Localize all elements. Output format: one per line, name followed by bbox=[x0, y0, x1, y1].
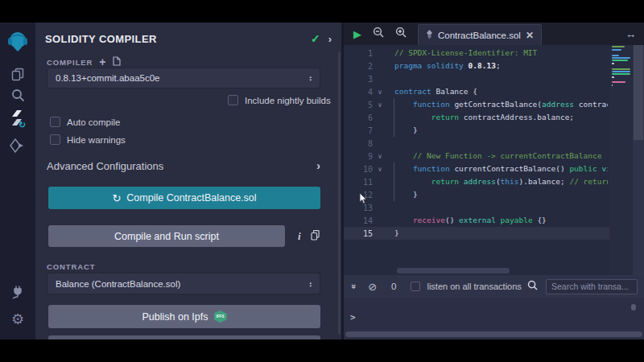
code-line[interactable] bbox=[394, 201, 608, 214]
editor-horizontal-scrollbar[interactable] bbox=[397, 268, 510, 274]
close-icon[interactable]: ✕ bbox=[526, 30, 534, 41]
terminal-scroll-dot bbox=[631, 304, 636, 311]
editor-gutter[interactable]: 1234∨5∨6789∨10∨1112131415 bbox=[344, 47, 392, 240]
gutter-row: 5∨ bbox=[344, 98, 392, 111]
contract-select[interactable]: Balance (ContractBalance.sol) ▴▾ bbox=[47, 273, 320, 294]
panel-title: SOLIDITY COMPILER bbox=[45, 33, 157, 45]
gutter-row: 8 bbox=[344, 137, 392, 150]
info-icon[interactable]: i bbox=[298, 230, 301, 243]
fold-chevron-icon[interactable]: ∨ bbox=[373, 153, 387, 160]
code-line[interactable] bbox=[394, 137, 608, 150]
deploy-run-icon[interactable] bbox=[0, 138, 35, 153]
terminal-toolbar: » ⊘ 0 listen on all transactions bbox=[344, 275, 644, 298]
gutter-row: 11 bbox=[344, 175, 392, 188]
code-line[interactable]: receive() external payable {} bbox=[394, 214, 608, 227]
plugin-manager-icon[interactable] bbox=[0, 285, 35, 299]
gutter-row: 14 bbox=[344, 214, 392, 227]
refresh-icon: ↻ bbox=[112, 192, 121, 204]
solidity-compiler-icon[interactable]: ↻ bbox=[0, 109, 35, 129]
code-line[interactable]: } bbox=[394, 227, 608, 240]
code-line[interactable]: pragma solidity 0.8.13; bbox=[394, 60, 608, 72]
gutter-row: 13 bbox=[344, 201, 392, 214]
gutter-row: 2 bbox=[344, 60, 392, 72]
remix-ide-window: ↻ ⚙ SOLIDITY COMPILER ✓ › COMPILER + 0.8… bbox=[0, 23, 644, 339]
code-editor[interactable]: 1234∨5∨6789∨10∨1112131415 // SPDX-Licens… bbox=[344, 45, 644, 275]
editor-tabbar: ▶ ContractBalance.sol ✕ ↔ bbox=[344, 23, 644, 45]
code-line[interactable]: } bbox=[394, 188, 608, 201]
publish-swarm-button-partial[interactable] bbox=[48, 335, 320, 339]
add-compiler-icon[interactable]: + bbox=[99, 56, 106, 68]
code-line[interactable]: function currentContractBalance() public… bbox=[394, 162, 608, 175]
solidity-compiler-panel: SOLIDITY COMPILER ✓ › COMPILER + 0.8.13+… bbox=[35, 23, 341, 339]
compiler-version-select[interactable]: 0.8.13+commit.abaa5c0e ▴▾ bbox=[47, 68, 320, 88]
svg-text:↻: ↻ bbox=[19, 120, 26, 129]
contract-section-label: CONTRACT bbox=[47, 262, 96, 271]
tab-label: ContractBalance.sol bbox=[438, 31, 521, 40]
gutter-row: 4∨ bbox=[344, 85, 392, 98]
file-explorer-icon[interactable] bbox=[0, 68, 35, 81]
select-caret-icon: ▴▾ bbox=[309, 75, 312, 81]
code-line[interactable]: return address(this).balance; // return bbox=[394, 175, 608, 188]
code-line[interactable]: function getContractBalance(address cont… bbox=[394, 98, 608, 111]
block-icon[interactable]: ⊘ bbox=[368, 281, 377, 293]
hide-warnings-row: Hide warnings bbox=[50, 134, 126, 145]
terminal-body[interactable]: > bbox=[344, 298, 644, 339]
code-line[interactable]: // New Function -> currentContractBalanc… bbox=[394, 150, 608, 162]
select-caret-icon: ▴▾ bbox=[309, 281, 312, 287]
fold-chevron-icon[interactable]: ∨ bbox=[373, 166, 387, 173]
advanced-configurations-label: Advanced Configurations bbox=[47, 160, 163, 172]
include-nightly-label: Include nightly builds bbox=[245, 96, 331, 105]
chevron-right-icon[interactable]: › bbox=[328, 33, 332, 45]
code-lines[interactable]: // SPDX-License-Identifier: MITpragma so… bbox=[394, 47, 608, 240]
gutter-row: 6 bbox=[344, 111, 392, 124]
hide-warnings-label: Hide warnings bbox=[67, 135, 126, 145]
gutter-row: 9∨ bbox=[344, 150, 392, 162]
code-line[interactable]: return contractAddress.balance; bbox=[394, 111, 608, 124]
remix-logo[interactable] bbox=[0, 30, 35, 52]
file-icon[interactable] bbox=[113, 56, 121, 68]
search-icon[interactable] bbox=[0, 88, 35, 102]
code-line[interactable]: // SPDX-License-Identifier: MIT bbox=[394, 47, 608, 60]
advanced-configurations-toggle[interactable]: Advanced Configurations › bbox=[47, 159, 320, 172]
listen-transactions-checkbox[interactable] bbox=[411, 282, 420, 291]
search-icon bbox=[527, 279, 538, 294]
gutter-row: 15 bbox=[344, 227, 392, 240]
gutter-row: 1 bbox=[344, 47, 392, 60]
check-icon: ✓ bbox=[311, 32, 320, 45]
editor-vertical-scrollbar[interactable] bbox=[633, 45, 644, 275]
compile-and-run-button[interactable]: Compile and Run script bbox=[48, 225, 285, 247]
publish-ipfs-button[interactable]: Publish on Ipfs IPFS bbox=[48, 305, 320, 328]
code-line[interactable]: } bbox=[394, 124, 608, 137]
terminal-bottom-scrollbar[interactable] bbox=[345, 331, 642, 337]
chevron-right-icon: › bbox=[316, 159, 320, 172]
editor-minimap[interactable] bbox=[609, 45, 633, 275]
terminal-prompt[interactable]: > bbox=[350, 312, 356, 323]
icon-rail: ↻ ⚙ bbox=[0, 23, 35, 339]
listen-transactions-label: listen on all transactions bbox=[427, 282, 521, 291]
double-chevron-down-icon[interactable]: » bbox=[349, 284, 359, 289]
play-icon[interactable]: ▶ bbox=[353, 28, 361, 40]
auto-compile-checkbox[interactable] bbox=[50, 117, 60, 127]
settings-gear-icon[interactable]: ⚙ bbox=[0, 311, 35, 328]
fold-chevron-icon[interactable]: ∨ bbox=[373, 101, 387, 109]
transaction-count: 0 bbox=[391, 282, 396, 291]
terminal-search-input[interactable] bbox=[546, 279, 638, 294]
scrollbar-thumb[interactable] bbox=[634, 45, 643, 140]
hide-warnings-checkbox[interactable] bbox=[50, 134, 60, 145]
mouse-cursor bbox=[359, 193, 368, 208]
copy-icon[interactable] bbox=[311, 229, 320, 244]
include-nightly-checkbox[interactable] bbox=[228, 95, 238, 105]
expand-horizontal-icon[interactable]: ↔ bbox=[625, 28, 636, 40]
gutter-row: 7 bbox=[344, 124, 392, 137]
panel-scrollbar[interactable] bbox=[338, 51, 341, 335]
ipfs-icon: IPFS bbox=[214, 311, 227, 323]
gutter-row: 12 bbox=[344, 188, 392, 201]
code-line[interactable] bbox=[394, 72, 608, 85]
compiler-section-label: COMPILER + bbox=[47, 56, 121, 68]
tab-contractbalance[interactable]: ContractBalance.sol ✕ bbox=[418, 24, 542, 45]
zoom-out-icon[interactable] bbox=[373, 27, 384, 41]
code-line[interactable]: contract Balance { bbox=[394, 85, 608, 98]
compile-button[interactable]: ↻ Compile ContractBalance.sol bbox=[48, 187, 320, 209]
zoom-in-icon[interactable] bbox=[395, 27, 407, 41]
fold-chevron-icon[interactable]: ∨ bbox=[373, 88, 387, 96]
